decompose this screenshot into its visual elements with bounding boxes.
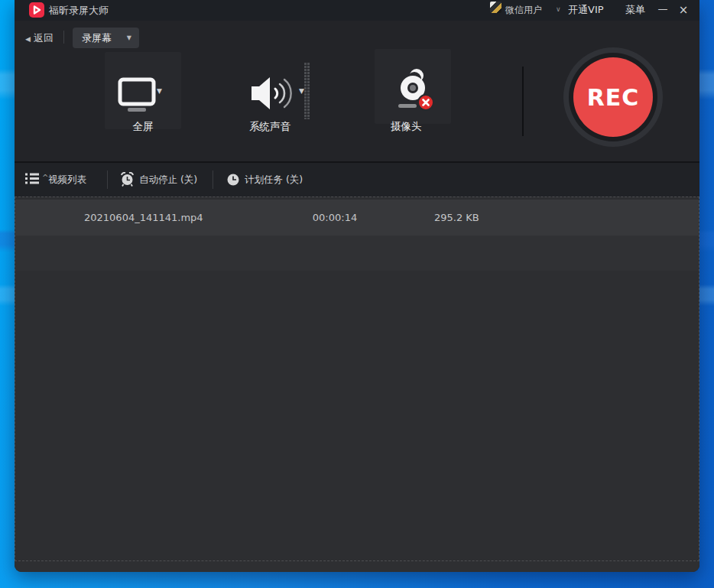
- record-mode-dropdown[interactable]: 录屏幕 ▼: [73, 28, 139, 48]
- controls-divider: [522, 67, 524, 136]
- menu-button[interactable]: 菜单: [625, 0, 645, 21]
- alarm-clock-icon[interactable]: [121, 172, 134, 187]
- video-file-size: 295.2 KB: [434, 200, 479, 236]
- empty-row: [15, 236, 699, 271]
- close-button[interactable]: ×: [673, 0, 693, 21]
- play-glyph: [31, 5, 42, 15]
- video-row[interactable]: 20210604_141141.mp4 00:00:14 295.2 KB: [15, 200, 699, 236]
- nav-separator: [63, 31, 64, 44]
- schedule-clock-icon[interactable]: [227, 174, 239, 186]
- vip-upgrade-button[interactable]: 开通VIP: [568, 0, 604, 21]
- auto-stop-button[interactable]: 自动停止 (关): [139, 163, 197, 197]
- title-bar: 福昕录屏大师 微信用户 ∨ 开通VIP 菜单 — ×: [15, 0, 699, 21]
- monitor-icon: [118, 76, 156, 113]
- video-list-icon[interactable]: [25, 173, 39, 184]
- window-bottom-strip: [15, 561, 699, 572]
- record-mode-label: 录屏幕: [82, 31, 127, 45]
- rec-button[interactable]: REC: [573, 57, 653, 137]
- video-list-panel: 20210604_141141.mp4 00:00:14 295.2 KB: [15, 197, 699, 561]
- toolbar-separator: [213, 171, 213, 189]
- back-label: 返回: [34, 32, 54, 44]
- schedule-task-button[interactable]: 计划任务 (关): [245, 163, 303, 197]
- desktop-background: 福昕录屏大师 微信用户 ∨ 开通VIP 菜单 — × ◀返回 录屏幕 ▼: [0, 0, 714, 588]
- minimize-button[interactable]: —: [654, 0, 672, 21]
- toolbar-separator: [107, 171, 108, 189]
- fullscreen-dropdown-arrow-icon[interactable]: ▼: [157, 87, 162, 95]
- recording-controls-panel: ◀返回 录屏幕 ▼ ▼ 全屏 ▼ 系统声音: [15, 21, 699, 161]
- back-arrow-icon: ◀: [25, 35, 31, 43]
- audio-dropdown-arrow-icon[interactable]: ▼: [299, 87, 304, 95]
- user-chevron-down-icon[interactable]: ∨: [556, 0, 561, 21]
- user-name[interactable]: 微信用户: [505, 0, 542, 21]
- app-window: 福昕录屏大师 微信用户 ∨ 开通VIP 菜单 — × ◀返回 录屏幕 ▼: [15, 0, 699, 572]
- volume-meter: [304, 63, 310, 119]
- app-logo-icon: [29, 2, 44, 18]
- camera-label: 摄像头: [360, 119, 452, 134]
- user-avatar[interactable]: [490, 2, 501, 13]
- dropdown-arrow-icon: ▼: [127, 34, 131, 41]
- video-file-name: 20210604_141141.mp4: [84, 200, 203, 236]
- video-list-label[interactable]: 视频列表: [48, 163, 86, 197]
- speaker-icon[interactable]: [250, 75, 296, 112]
- app-title: 福昕录屏大师: [49, 0, 109, 21]
- webcam-icon: [391, 66, 436, 115]
- fullscreen-label: 全屏: [105, 119, 181, 134]
- video-duration: 00:00:14: [297, 200, 373, 236]
- system-audio-label: 系统声音: [232, 119, 308, 134]
- rec-label: REC: [587, 84, 640, 111]
- list-toolbar: ^ 视频列表 自动停止 (关) 计划任务 (关): [15, 163, 699, 197]
- back-button[interactable]: ◀返回: [25, 31, 54, 45]
